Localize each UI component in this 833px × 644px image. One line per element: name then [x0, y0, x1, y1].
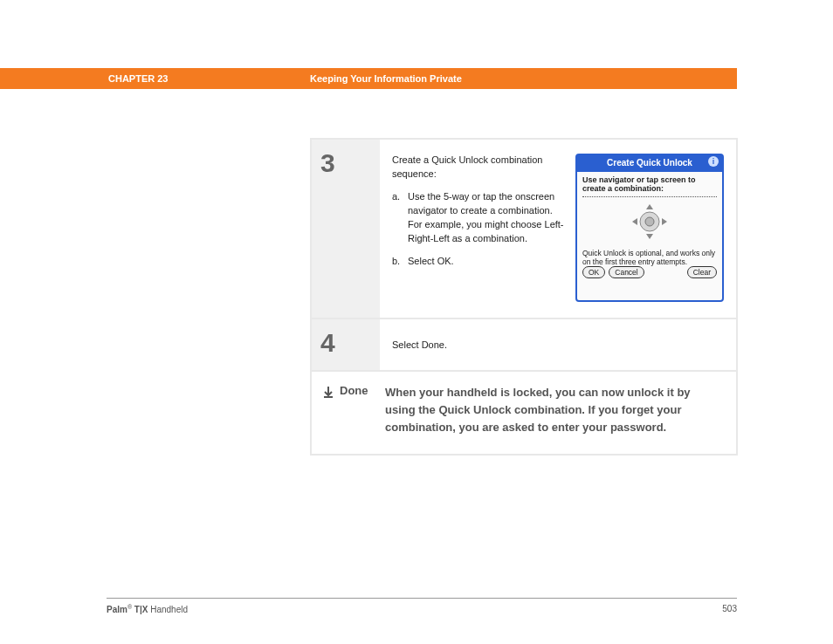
footer-model: T|X [132, 605, 148, 614]
device-titlebar: Create Quick Unlock i [577, 155, 722, 172]
svg-marker-2 [632, 218, 637, 225]
page-footer: Palm® T|X Handheld 503 [107, 604, 737, 614]
step-3b-text: Select OK. [408, 255, 565, 269]
step-3a-marker: a. [392, 190, 408, 246]
step-4-text: Select Done. [392, 333, 724, 354]
footer-product: Palm® T|X Handheld [107, 604, 188, 614]
done-label-cell: Done [322, 384, 385, 436]
step-4-body: Select Done. [380, 319, 736, 370]
device-title-text: Create Quick Unlock [607, 158, 692, 168]
info-icon: i [708, 156, 719, 167]
svg-marker-1 [646, 234, 653, 239]
step-4-number: 4 [312, 319, 380, 370]
step-3a: a. Use the 5-way or tap the onscreen nav… [392, 190, 565, 246]
footer-rule [107, 598, 737, 599]
navigator-icon [630, 202, 669, 244]
done-arrow-icon [322, 386, 334, 398]
device-dotted-line [582, 196, 717, 197]
step-3-body: Create a Quick Unlock combination sequen… [380, 140, 736, 318]
device-screenshot: Create Quick Unlock i Use navigator or t… [575, 154, 724, 302]
device-ok-button: OK [582, 266, 605, 278]
device-clear-button: Clear [687, 266, 717, 278]
page-number: 503 [722, 604, 737, 614]
chapter-label: CHAPTER 23 [108, 73, 168, 84]
done-label: Done [340, 384, 368, 397]
footer-suffix: Handheld [148, 605, 188, 614]
device-note: Quick Unlock is optional, and works only… [582, 250, 717, 266]
device-cancel-button: Cancel [609, 266, 644, 278]
step-3b-marker: b. [392, 255, 408, 269]
footer-brand: Palm [107, 605, 127, 614]
device-button-row: OK Cancel Clear [582, 266, 717, 280]
step-3a-text: Use the 5-way or tap the onscreen naviga… [408, 190, 565, 246]
step-3-text: Create a Quick Unlock combination sequen… [392, 154, 565, 302]
step-3-number: 3 [312, 140, 380, 318]
device-content: Use navigator or tap screen to create a … [577, 172, 722, 301]
done-row: Done When your handheld is locked, you c… [312, 372, 736, 454]
svg-marker-3 [662, 218, 667, 225]
device-instruction: Use navigator or tap screen to create a … [582, 175, 717, 194]
step-4-row: 4 Select Done. [312, 319, 736, 370]
svg-marker-0 [646, 204, 653, 209]
svg-point-5 [645, 217, 654, 226]
chapter-header: CHAPTER 23 Keeping Your Information Priv… [0, 68, 737, 89]
chapter-title: Keeping Your Information Private [310, 73, 462, 84]
steps-panel: 3 Create a Quick Unlock combination sequ… [310, 138, 738, 456]
step-3-intro: Create a Quick Unlock combination sequen… [392, 154, 565, 182]
step-3-row: 3 Create a Quick Unlock combination sequ… [312, 140, 736, 318]
done-text: When your handheld is locked, you can no… [385, 384, 722, 436]
step-3b: b. Select OK. [392, 255, 565, 269]
